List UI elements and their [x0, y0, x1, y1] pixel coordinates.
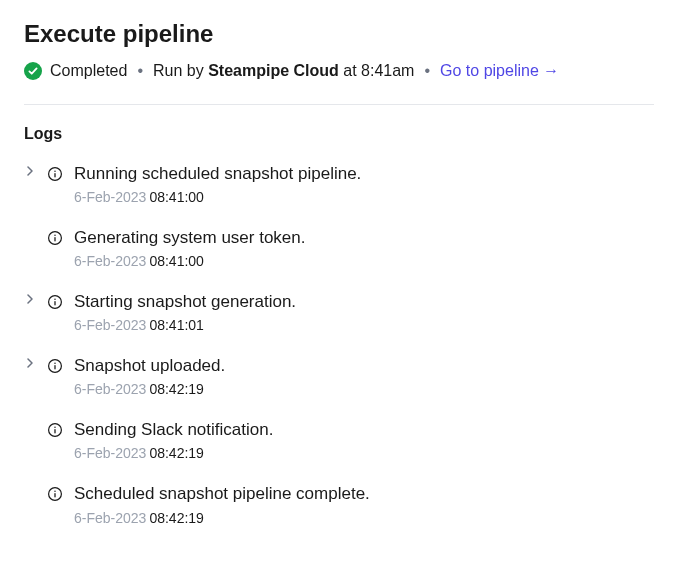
separator: •	[137, 62, 143, 80]
log-date: 6-Feb-2023	[74, 510, 146, 526]
svg-rect-9	[54, 301, 55, 305]
run-by-name: Steampipe Cloud	[208, 62, 339, 79]
log-timestamp: 6-Feb-202308:41:00	[74, 189, 654, 205]
info-icon	[46, 165, 64, 183]
svg-point-11	[54, 363, 55, 364]
info-icon	[46, 229, 64, 247]
svg-point-8	[54, 299, 55, 300]
svg-rect-6	[54, 237, 55, 241]
log-message: Starting snapshot generation.	[74, 291, 654, 313]
status-line: Completed • Run by Steampipe Cloud at 8:…	[24, 62, 654, 105]
svg-point-14	[54, 427, 55, 428]
status-success-icon	[24, 62, 42, 80]
svg-point-2	[54, 170, 55, 171]
log-entry: Starting snapshot generation.6-Feb-20230…	[24, 291, 654, 333]
svg-rect-15	[54, 429, 55, 433]
log-message: Scheduled snapshot pipeline complete.	[74, 483, 654, 505]
log-date: 6-Feb-2023	[74, 189, 146, 205]
log-entry: Sending Slack notification.6-Feb-202308:…	[24, 419, 654, 461]
log-timestamp: 6-Feb-202308:42:19	[74, 445, 654, 461]
log-list: Running scheduled snapshot pipeline.6-Fe…	[24, 163, 654, 526]
log-content: Running scheduled snapshot pipeline.6-Fe…	[74, 163, 654, 205]
run-by-prefix: Run by	[153, 62, 204, 79]
go-to-pipeline-link[interactable]: Go to pipeline →	[440, 62, 559, 80]
svg-rect-18	[54, 494, 55, 498]
log-message: Sending Slack notification.	[74, 419, 654, 441]
log-entry: Snapshot uploaded.6-Feb-202308:42:19	[24, 355, 654, 397]
log-timestamp: 6-Feb-202308:42:19	[74, 381, 654, 397]
run-by-block: Run by Steampipe Cloud at 8:41am	[153, 62, 414, 80]
log-time: 08:42:19	[149, 510, 204, 526]
svg-rect-3	[54, 173, 55, 177]
log-timestamp: 6-Feb-202308:42:19	[74, 510, 654, 526]
log-content: Starting snapshot generation.6-Feb-20230…	[74, 291, 654, 333]
run-time: 8:41am	[361, 62, 414, 79]
log-entry: Running scheduled snapshot pipeline.6-Fe…	[24, 163, 654, 205]
log-timestamp: 6-Feb-202308:41:01	[74, 317, 654, 333]
info-icon	[46, 421, 64, 439]
log-time: 08:41:00	[149, 189, 204, 205]
logs-heading: Logs	[24, 125, 654, 143]
log-time: 08:42:19	[149, 445, 204, 461]
info-icon	[46, 293, 64, 311]
log-entry: Scheduled snapshot pipeline complete.6-F…	[24, 483, 654, 525]
svg-point-17	[54, 491, 55, 492]
page-title: Execute pipeline	[24, 20, 654, 48]
log-message: Generating system user token.	[74, 227, 654, 249]
chevron-right-icon[interactable]	[24, 358, 36, 368]
log-content: Scheduled snapshot pipeline complete.6-F…	[74, 483, 654, 525]
log-date: 6-Feb-2023	[74, 317, 146, 333]
log-timestamp: 6-Feb-202308:41:00	[74, 253, 654, 269]
log-time: 08:41:00	[149, 253, 204, 269]
log-message: Snapshot uploaded.	[74, 355, 654, 377]
separator: •	[424, 62, 430, 80]
chevron-right-icon[interactable]	[24, 166, 36, 176]
chevron-right-icon[interactable]	[24, 294, 36, 304]
log-message: Running scheduled snapshot pipeline.	[74, 163, 654, 185]
svg-point-5	[54, 235, 55, 236]
log-content: Generating system user token.6-Feb-20230…	[74, 227, 654, 269]
svg-rect-12	[54, 365, 55, 369]
log-time: 08:42:19	[149, 381, 204, 397]
info-icon	[46, 485, 64, 503]
svg-point-0	[24, 62, 42, 80]
log-date: 6-Feb-2023	[74, 381, 146, 397]
log-date: 6-Feb-2023	[74, 445, 146, 461]
log-time: 08:41:01	[149, 317, 204, 333]
log-content: Snapshot uploaded.6-Feb-202308:42:19	[74, 355, 654, 397]
status-text: Completed	[50, 62, 127, 80]
info-icon	[46, 357, 64, 375]
run-time-prefix: at	[343, 62, 356, 79]
log-date: 6-Feb-2023	[74, 253, 146, 269]
log-entry: Generating system user token.6-Feb-20230…	[24, 227, 654, 269]
log-content: Sending Slack notification.6-Feb-202308:…	[74, 419, 654, 461]
